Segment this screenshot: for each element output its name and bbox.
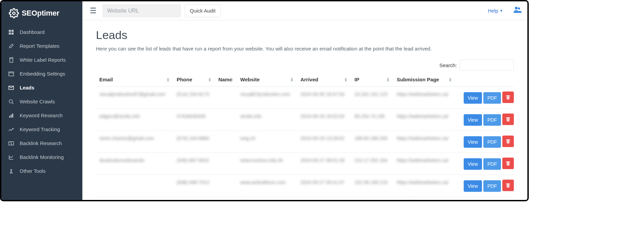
search-input[interactable]: [460, 60, 514, 70]
svg-rect-6: [9, 72, 14, 76]
sidebar-item-label: Website Crawls: [20, 99, 55, 104]
help-dropdown[interactable]: Help ▼: [488, 8, 503, 14]
column-header[interactable]: IP▲▼: [351, 73, 394, 87]
view-button[interactable]: View: [464, 92, 482, 104]
sort-icon: ▲▼: [386, 77, 390, 82]
help-label: Help: [488, 8, 498, 14]
table-cell: visualproduction87@gmail.com: [96, 87, 173, 109]
svg-point-14: [518, 7, 520, 9]
svg-point-0: [13, 12, 15, 15]
sidebar-item-dashboard[interactable]: Dashboard: [1, 25, 82, 39]
nav-list: DashboardReport TemplatesWhite Label Rep…: [1, 24, 82, 178]
pdf-button[interactable]: PDF: [483, 180, 501, 192]
column-header[interactable]: Website▲▼: [237, 73, 297, 87]
table-cell: 210.17.252.164: [351, 153, 394, 175]
svg-rect-4: [12, 33, 14, 35]
table-cell: edgars@strolis.info: [96, 109, 173, 131]
column-header[interactable]: Phone▲▼: [173, 73, 215, 87]
content: Leads Here you can see the list of leads…: [82, 20, 527, 200]
delete-button[interactable]: [502, 136, 514, 147]
users-icon[interactable]: [513, 6, 522, 16]
pdf-button[interactable]: PDF: [483, 158, 501, 170]
sidebar-item-label: Backlink Research: [20, 140, 62, 146]
sidebar-item-keyword-tracking[interactable]: Keyword Tracking: [1, 122, 82, 136]
sidebar-item-other-tools[interactable]: Other Tools: [1, 164, 82, 178]
table-cell: [215, 175, 237, 197]
table-cell: 188.60.189.200: [351, 131, 394, 153]
sidebar-item-backlink-research[interactable]: Backlink Research: [1, 136, 82, 150]
sidebar-item-embedding-settings[interactable]: Embedding Settings: [1, 67, 82, 81]
trend-icon: [8, 127, 14, 132]
sidebar-item-label: Embedding Settings: [20, 71, 65, 77]
table-row: liftingstars.ca2024-09-26 18:29:14209.12…: [96, 197, 514, 200]
pdf-button[interactable]: PDF: [483, 136, 501, 148]
delete-button[interactable]: [502, 158, 514, 169]
svg-point-8: [9, 100, 13, 103]
sort-icon: ▲▼: [344, 77, 348, 82]
table-cell: visual87production.com: [237, 87, 297, 109]
column-header[interactable]: Name▲▼: [215, 73, 237, 87]
sort-icon: ▲▼: [448, 77, 452, 82]
brand-name: SEOptimer: [22, 9, 59, 18]
table-actions: ViewPDF: [456, 131, 514, 153]
table-cell: liftingstars.ca: [237, 197, 297, 200]
sidebar-item-label: White Label Reports: [20, 57, 66, 63]
table-cell: wng.ch: [237, 131, 297, 153]
sidebar-item-backlink-monitoring[interactable]: Backlink Monitoring: [1, 150, 82, 164]
table-cell: strolis.info: [237, 109, 297, 131]
delete-button[interactable]: [502, 92, 514, 103]
column-header[interactable]: Arrived▲▼: [297, 73, 351, 87]
copy-icon: [8, 57, 14, 63]
sidebar: SEOptimer DashboardReport TemplatesWhite…: [1, 1, 82, 200]
table-cell: 85.254.74.135: [351, 109, 394, 131]
bars-icon: [8, 113, 14, 118]
sidebar-item-report-templates[interactable]: Report Templates: [1, 39, 82, 53]
column-header[interactable]: Submission Page▲▼: [393, 73, 455, 87]
view-button[interactable]: View: [464, 114, 482, 126]
pdf-button[interactable]: PDF: [483, 114, 501, 126]
svg-rect-3: [9, 33, 11, 35]
menu-toggle-icon[interactable]: ☰: [88, 5, 99, 17]
column-header[interactable]: Email▲▼: [96, 73, 173, 87]
table-cell: [215, 131, 237, 153]
table-cell: 152.58.198.219: [351, 175, 394, 197]
svg-rect-2: [12, 30, 14, 32]
view-button[interactable]: View: [464, 158, 482, 170]
table-cell: 2024-09-30 18:47:04: [297, 87, 351, 109]
svg-point-13: [515, 7, 518, 9]
chevron-down-icon: ▼: [500, 9, 503, 13]
sidebar-item-website-crawls[interactable]: Website Crawls: [1, 95, 82, 108]
table-cell: [215, 153, 237, 175]
column-header: [456, 73, 514, 87]
pdf-button[interactable]: PDF: [483, 92, 501, 104]
table-cell: dscdxvdsvsvdvswvdv: [96, 153, 173, 175]
delete-button[interactable]: [502, 180, 514, 191]
table-cell: https://webmarketers.ca/: [393, 197, 455, 200]
table-cell: 2024-09-29 13:28:02: [297, 131, 351, 153]
sidebar-item-leads[interactable]: Leads: [1, 81, 82, 95]
quick-audit-button[interactable]: Quick Audit: [185, 4, 221, 17]
table-row: (948) 948-7013www.acibuildcon.com2024-09…: [96, 175, 514, 197]
brand-logo[interactable]: SEOptimer: [1, 1, 82, 24]
table-cell: https://webmarketers.ca/: [393, 109, 455, 131]
table-cell: victor.charton@gmail.com: [96, 131, 173, 153]
table-cell: 2024-09-27 05:41:07: [297, 175, 351, 197]
view-button[interactable]: View: [464, 136, 482, 148]
sort-icon: ▲▼: [290, 77, 294, 82]
delete-button[interactable]: [502, 114, 514, 125]
table-cell: 07434630435: [173, 109, 215, 131]
sidebar-item-keyword-research[interactable]: Keyword Research: [1, 108, 82, 122]
table-actions: ViewPDF: [456, 197, 514, 200]
sidebar-item-white-label-reports[interactable]: White Label Reports: [1, 53, 82, 67]
table-cell: www.invictus.edu.hk: [237, 153, 297, 175]
view-button[interactable]: View: [464, 180, 482, 192]
table-cell: [215, 197, 237, 200]
sidebar-item-label: Keyword Tracking: [20, 126, 60, 132]
website-url-input[interactable]: [103, 4, 181, 17]
table-cell: (948) 948-7013: [173, 175, 215, 197]
sort-icon: ▲▼: [208, 77, 212, 82]
sidebar-item-label: Dashboard: [20, 29, 44, 35]
table-controls: Search:: [96, 60, 514, 70]
table-cell: www.acibuildcon.com: [237, 175, 297, 197]
sidebar-item-label: Backlink Monitoring: [20, 154, 64, 160]
